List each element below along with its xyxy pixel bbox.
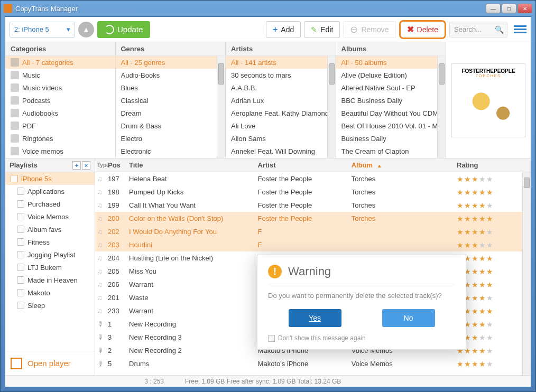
table-row[interactable]: ♫200Color on the Walls (Don't Stop)Foste… — [95, 212, 531, 225]
add-playlist-button[interactable]: + — [72, 161, 81, 170]
list-item[interactable]: Alive (Deluxe Edition) — [336, 69, 446, 81]
col-artist[interactable]: Artist — [258, 161, 352, 169]
col-rating[interactable]: Rating — [457, 161, 531, 169]
playlist-item[interactable]: Purchased — [5, 198, 95, 210]
remove-playlist-button[interactable]: × — [82, 161, 90, 170]
playlist-item[interactable]: Voice Memos — [5, 210, 95, 223]
playlist-item[interactable]: Applications — [5, 185, 95, 198]
genres-scrollbar[interactable] — [217, 56, 225, 158]
table-row[interactable]: ♫202I Would Do Anything For YouF★★★★★ — [95, 225, 531, 238]
col-title[interactable]: Title — [129, 161, 258, 169]
device-label: 2: iPhone 5 — [14, 25, 49, 33]
cell-pos: 204 — [108, 254, 129, 262]
list-item[interactable]: The Cream of Clapton — [336, 145, 446, 157]
cell-title: New Recording 2 — [129, 347, 258, 354]
col-type[interactable]: Type — [95, 162, 108, 168]
list-item[interactable]: BBC Business Daily — [336, 94, 446, 107]
cell-rating: ★★★★★ — [457, 281, 531, 289]
menu-button[interactable] — [514, 25, 526, 33]
playlist-item[interactable]: Sleep — [5, 299, 95, 312]
col-album[interactable]: Album ▲ — [352, 161, 457, 169]
list-item[interactable]: Audiobooks — [5, 107, 115, 119]
list-item-label: Ali Love — [231, 122, 255, 130]
table-row[interactable]: ♫198Pumped Up KicksFoster the PeopleTorc… — [95, 185, 531, 199]
cell-pos: 1 — [108, 320, 129, 328]
close-button[interactable]: ✕ — [517, 4, 532, 13]
list-item[interactable]: PDF — [5, 119, 115, 132]
playlist-label: Album favs — [27, 226, 61, 234]
list-item[interactable]: Electronic — [116, 145, 226, 157]
list-item[interactable]: Audio-Books — [116, 69, 226, 81]
device-selector[interactable]: 2: iPhone 5 ▾ — [10, 22, 75, 38]
open-player-button[interactable]: Open player — [5, 351, 95, 375]
genres-column: Genres All - 25 genresAudio-BooksBluesCl… — [116, 42, 226, 158]
cell-rating: ★★★★★ — [457, 294, 531, 302]
list-item[interactable]: Podcasts — [5, 94, 115, 107]
table-row[interactable]: 🎙5DrumsMakoto's iPhoneVoice Memos★★★★★ — [95, 357, 531, 370]
delete-button[interactable]: ✖ Delete — [399, 20, 446, 39]
list-item[interactable]: Music videos — [5, 81, 115, 94]
list-item[interactable]: Business Daily — [336, 132, 446, 145]
tracks-scrollbar[interactable] — [522, 172, 531, 375]
table-row[interactable]: ♫199Call It What You WantFoster the Peop… — [95, 199, 531, 212]
artists-scrollbar[interactable] — [327, 56, 336, 158]
playlist-item[interactable]: Album favs — [5, 223, 95, 236]
list-item[interactable]: All - 25 genres — [116, 56, 226, 69]
cell-rating: ★★★★★ — [457, 214, 531, 223]
albums-scrollbar[interactable] — [437, 56, 446, 158]
list-item[interactable]: Ali Love — [226, 119, 336, 132]
table-row[interactable]: ♫197Helena BeatFoster the PeopleTorches★… — [95, 172, 531, 185]
cell-artist: Foster the People — [258, 188, 352, 196]
col-pos[interactable]: Pos — [108, 161, 129, 169]
minimize-button[interactable]: — — [486, 4, 501, 13]
list-item[interactable]: 30 seconds to mars — [226, 69, 336, 81]
playlist-item[interactable]: Fitness — [5, 236, 95, 248]
list-item[interactable]: Music — [5, 69, 115, 81]
playlist-item[interactable]: Made in Heaven — [5, 274, 95, 286]
list-item[interactable]: Annekei Feat. Will Downing — [226, 145, 336, 157]
eject-button[interactable]: ▲ — [78, 22, 94, 38]
list-item[interactable]: Voice memos — [5, 145, 115, 157]
list-item[interactable]: Ringtones — [5, 132, 115, 145]
edit-button[interactable]: ✎ Edit — [304, 21, 340, 38]
cell-artist: F — [258, 228, 352, 236]
list-item[interactable]: Altered Native Soul - EP — [336, 81, 446, 94]
dialog-no-button[interactable]: No — [382, 309, 435, 327]
list-item[interactable]: A.A.B.B. — [226, 81, 336, 94]
list-item[interactable]: Electro — [116, 132, 226, 145]
list-item[interactable]: Dream — [116, 107, 226, 119]
dont-show-checkbox[interactable] — [268, 335, 275, 342]
playlist-label: Voice Memos — [27, 213, 69, 221]
list-item[interactable]: Best Of House 2010 Vol. 01 - Mixe... — [336, 119, 446, 132]
list-item[interactable]: All - 50 albums — [336, 56, 446, 69]
search-input[interactable]: Search... 🔍 — [449, 22, 507, 38]
cell-title: New Recording — [129, 320, 258, 328]
table-row[interactable]: ♫203HoudiniF★★★★★ — [95, 238, 531, 251]
type-icon: 🎙 — [95, 320, 108, 328]
list-item[interactable]: Blues — [116, 81, 226, 94]
list-item[interactable]: Allon Sams — [226, 132, 336, 145]
list-item[interactable]: Adrian Lux — [226, 94, 336, 107]
add-button[interactable]: + Add — [266, 21, 301, 38]
playlist-item[interactable]: Makoto — [5, 286, 95, 299]
list-item[interactable]: Aeroplane Feat. Kathy Diamond — [226, 107, 336, 119]
playlist-item[interactable]: iPhone 5s — [5, 172, 95, 185]
list-item[interactable]: All - 7 categories — [5, 56, 115, 69]
list-item[interactable]: All - 141 artists — [226, 56, 336, 69]
update-button[interactable]: Update — [97, 21, 150, 38]
toolbar: 2: iPhone 5 ▾ ▲ Update + Add ✎ Edit ⊖ Re… — [5, 17, 531, 42]
list-item[interactable]: Drum & Bass — [116, 119, 226, 132]
list-item[interactable]: Classical — [116, 94, 226, 107]
dialog-yes-button[interactable]: Yes — [289, 309, 341, 327]
maximize-button[interactable]: □ — [502, 4, 516, 13]
list-item-label: All - 7 categories — [22, 59, 73, 67]
playlist-item[interactable]: Jogging Playlist — [5, 248, 95, 261]
list-item[interactable]: Beautiful Day Without You CDM — [336, 107, 446, 119]
playlist-icon — [17, 213, 24, 220]
cell-artist: F — [258, 241, 352, 249]
cell-album: Torches — [352, 201, 457, 209]
playlist-item[interactable]: LTJ Bukem — [5, 261, 95, 274]
type-icon: 🎙 — [95, 333, 108, 341]
albums-column: Albums All - 50 albumsAlive (Deluxe Edit… — [336, 42, 447, 158]
playlists-header: Playlists + × — [5, 158, 95, 172]
